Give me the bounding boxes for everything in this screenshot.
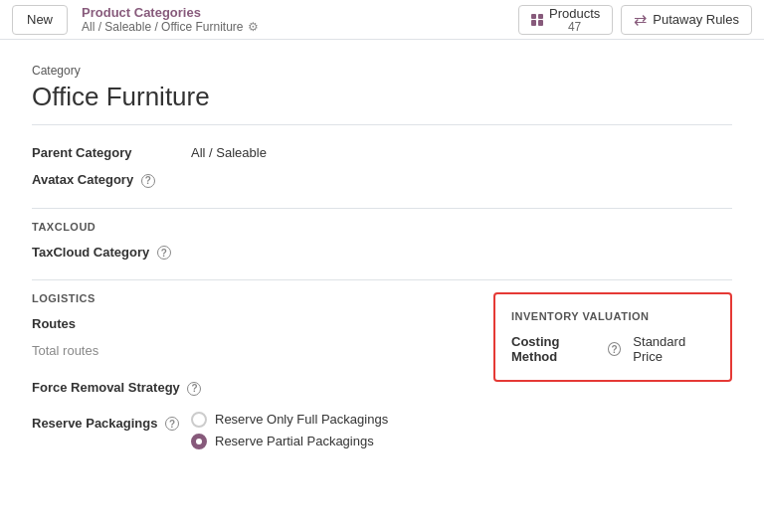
parent-category-label: Parent Category xyxy=(32,145,191,160)
total-routes-row: Total routes xyxy=(32,343,454,368)
avatax-row: Avatax Category ? xyxy=(32,172,732,188)
reserve-packagings-options: Reserve Only Full Packagings Reserve Par… xyxy=(191,412,388,449)
force-removal-label: Force Removal Strategy ? xyxy=(32,380,201,396)
topbar: New Product Categories All / Saleable / … xyxy=(0,0,764,40)
costing-method-label: Costing Method ? xyxy=(511,334,621,364)
category-title: Office Furniture xyxy=(32,82,732,125)
reserve-packagings-help-icon[interactable]: ? xyxy=(165,417,179,431)
products-label: Products xyxy=(549,6,600,21)
radio-partial-label: Reserve Partial Packagings xyxy=(215,434,374,448)
total-routes-label: Total routes xyxy=(32,343,98,358)
breadcrumb-area: Product Categories All / Saleable / Offi… xyxy=(82,5,518,35)
main-content: Category Office Furniture Parent Categor… xyxy=(0,40,764,485)
logistics-divider xyxy=(32,279,732,280)
category-label: Category xyxy=(32,64,732,78)
settings-icon[interactable]: ⚙ xyxy=(248,20,259,34)
taxcloud-label: TaxCloud Category ? xyxy=(32,245,191,261)
new-button[interactable]: New xyxy=(12,5,68,35)
radio-partial-packagings[interactable]: Reserve Partial Packagings xyxy=(191,434,388,449)
products-button[interactable]: Products 47 xyxy=(518,5,613,35)
right-column: INVENTORY VALUATION Costing Method ? Sta… xyxy=(493,292,732,461)
breadcrumb-path: All / Saleable / Office Furniture ⚙ xyxy=(82,20,518,34)
force-removal-row: Force Removal Strategy ? xyxy=(32,380,454,396)
taxcloud-help-icon[interactable]: ? xyxy=(157,246,171,260)
radio-partial-circle xyxy=(191,434,207,449)
breadcrumb-title[interactable]: Product Categories xyxy=(82,5,518,21)
shuffle-icon: ⇄ xyxy=(634,10,647,29)
costing-method-help-icon[interactable]: ? xyxy=(608,342,621,356)
force-removal-help-icon[interactable]: ? xyxy=(187,382,201,396)
parent-category-row: Parent Category All / Saleable xyxy=(32,145,732,160)
left-column: LOGISTICS Routes Total routes Force Remo… xyxy=(32,292,454,461)
routes-label: Routes xyxy=(32,316,191,331)
costing-method-row: Costing Method ? Standard Price xyxy=(511,334,714,364)
radio-full-circle xyxy=(191,412,207,428)
logistics-section-header: LOGISTICS xyxy=(32,292,454,304)
taxcloud-row: TaxCloud Category ? xyxy=(32,245,732,261)
reserve-packagings-row: Reserve Packagings ? Reserve Only Full P… xyxy=(32,408,454,449)
reserve-packagings-label: Reserve Packagings ? xyxy=(32,416,191,432)
taxcloud-section-header: TAXCLOUD xyxy=(32,221,732,233)
putaway-label: Putaway Rules xyxy=(653,12,739,27)
avatax-label: Avatax Category ? xyxy=(32,172,191,188)
parent-category-value: All / Saleable xyxy=(191,145,267,160)
taxcloud-divider xyxy=(32,208,732,209)
radio-full-packagings[interactable]: Reserve Only Full Packagings xyxy=(191,412,388,428)
inventory-section-header: INVENTORY VALUATION xyxy=(511,310,714,322)
radio-full-label: Reserve Only Full Packagings xyxy=(215,412,388,427)
putaway-rules-button[interactable]: ⇄ Putaway Rules xyxy=(621,5,752,35)
products-count: 47 xyxy=(549,21,600,33)
grid-icon xyxy=(531,14,543,26)
costing-method-value: Standard Price xyxy=(633,334,714,364)
two-column-layout: LOGISTICS Routes Total routes Force Remo… xyxy=(32,292,732,461)
avatax-help-icon[interactable]: ? xyxy=(141,174,155,188)
inventory-valuation-box: INVENTORY VALUATION Costing Method ? Sta… xyxy=(493,292,732,382)
routes-row: Routes xyxy=(32,316,454,331)
top-right-actions: Products 47 ⇄ Putaway Rules xyxy=(518,5,752,35)
